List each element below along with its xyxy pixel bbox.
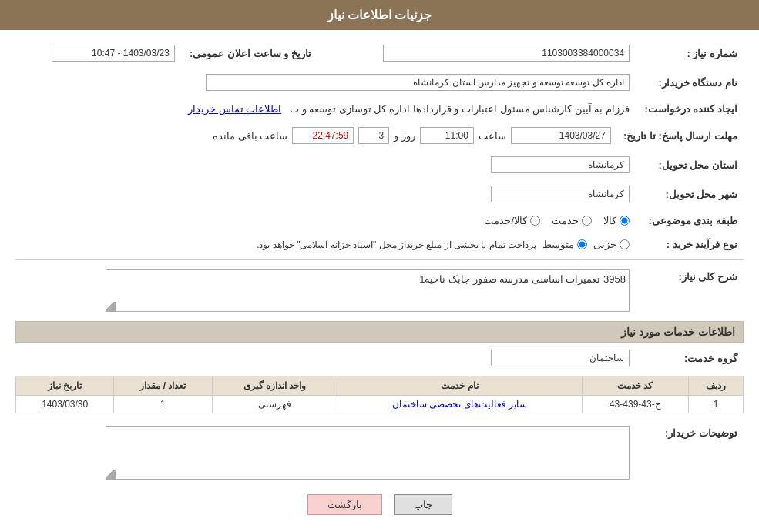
province-value: کرمانشاه [491, 156, 630, 173]
category-khedmat-radio[interactable] [582, 216, 592, 226]
buyer-notes-row: توضیحات خریدار: [15, 423, 744, 483]
table-row: 1 ج-43-439-43 سایر فعالیت‌های تخصصی ساخت… [16, 396, 744, 413]
deadline-label: مهلت ارسال پاسخ: تا تاریخ: [617, 124, 744, 147]
description-label: شرح کلی نیاز: [636, 266, 744, 315]
col-service-code: کد خدمت [582, 376, 688, 396]
deadline-day-label: روز و [394, 130, 415, 142]
deadline-row: مهلت ارسال پاسخ: تا تاریخ: 1403/03/27 سا… [15, 124, 744, 147]
creator-link[interactable]: اطلاعات تماس خریدار [188, 103, 281, 115]
page-wrapper: جزئیات اطلاعات نیاز شماره نیاز : 1103003… [0, 0, 759, 532]
city-label: شهر محل تحویل: [636, 182, 744, 206]
cell-quantity: 1 [114, 396, 212, 413]
deadline-remaining-label: ساعت باقی مانده [213, 130, 287, 142]
city-value: کرمانشاه [491, 186, 630, 202]
category-options: کالا خدمت کالا/خدمت [22, 215, 630, 226]
need-number-row: شماره نیاز : 1103003384000034 تاریخ و سا… [15, 42, 744, 65]
category-label: طبقه بندی موضوعی: [636, 212, 744, 229]
category-khedmat-label: خدمت [552, 215, 579, 226]
announcement-date-value: 1403/03/23 - 10:47 [52, 45, 175, 62]
button-row: چاپ بازگشت [15, 494, 744, 527]
deadline-time: 11:00 [420, 127, 474, 144]
creator-value: فرزام به آیین کارشناس مسئول اعتبارات و ق… [290, 103, 630, 115]
category-kala-khedmat-label: کالا/خدمت [484, 215, 527, 226]
creator-row: ایجاد کننده درخواست: فرزام به آیین کارشن… [15, 100, 744, 118]
col-unit: واحد اندازه گیری [212, 376, 338, 396]
buyer-notes-label: توضیحات خریدار: [636, 423, 744, 483]
purchase-type-label: نوع فرآیند خرید : [636, 236, 744, 253]
purchase-jozi-label: جزیی [593, 239, 616, 250]
service-group-row: گروه خدمت: ساختمان [15, 346, 744, 370]
category-kala-radio[interactable] [620, 216, 630, 226]
description-box: 3958 تعمیرات اساسی مدرسه صفور جابک ناحیه… [106, 269, 630, 312]
creator-label: ایجاد کننده درخواست: [636, 100, 744, 118]
col-date: تاریخ نیاز [16, 376, 114, 396]
col-row-num: ردیف [688, 376, 743, 396]
purchase-motavasset-radio[interactable] [577, 239, 587, 249]
cell-service-code: ج-43-439-43 [582, 396, 688, 413]
deadline-date: 1403/03/27 [511, 127, 611, 144]
category-kala-label: کالا [603, 215, 616, 226]
purchase-motavasset-item: متوسط [542, 239, 587, 250]
category-kala-item: کالا [603, 215, 630, 226]
description-resize-handle[interactable] [106, 302, 116, 311]
main-content: شماره نیاز : 1103003384000034 تاریخ و سا… [0, 30, 759, 532]
cell-row-num: 1 [688, 396, 743, 413]
description-value: 3958 تعمیرات اساسی مدرسه صفور جابک ناحیه… [419, 273, 626, 285]
city-row: شهر محل تحویل: کرمانشاه [15, 182, 744, 206]
back-button[interactable]: بازگشت [307, 494, 382, 515]
description-row: شرح کلی نیاز: 3958 تعمیرات اساسی مدرسه ص… [15, 266, 744, 315]
page-title: جزئیات اطلاعات نیاز [327, 8, 432, 22]
category-khedmat-item: خدمت [552, 215, 592, 226]
category-kala-khedmat-radio[interactable] [530, 216, 540, 226]
buyer-org-label: نام دستگاه خریدار: [636, 71, 744, 94]
purchase-type-row: نوع فرآیند خرید : جزیی متوسط پرداخت تمام… [15, 236, 744, 253]
buyer-notes-box [106, 426, 630, 480]
cell-date: 1403/03/30 [16, 396, 114, 413]
col-quantity: تعداد / مقدار [114, 376, 212, 396]
purchase-type-options: جزیی متوسط پرداخت تمام یا بخشی از مبلغ خ… [22, 239, 630, 250]
need-number-value: 1103003384000034 [383, 45, 630, 62]
buyer-notes-resize-handle[interactable] [106, 470, 116, 479]
services-table: ردیف کد خدمت نام خدمت واحد اندازه گیری ت… [15, 376, 744, 413]
service-group-value: ساختمان [491, 350, 630, 366]
deadline-time-label: ساعت [479, 130, 506, 142]
cell-service-name: سایر فعالیت‌های تخصصی ساختمان [338, 396, 582, 413]
deadline-details: 1403/03/27 ساعت 11:00 روز و 3 22:47:59 س… [22, 127, 611, 144]
province-row: استان محل تحویل: کرمانشاه [15, 153, 744, 176]
print-button[interactable]: چاپ [394, 494, 452, 515]
purchase-jozi-radio[interactable] [620, 239, 630, 249]
need-number-label: شماره نیاز : [636, 42, 744, 65]
buyer-org-row: نام دستگاه خریدار: اداره کل توسعه توسعه … [15, 71, 744, 94]
category-row: طبقه بندی موضوعی: کالا خدمت [15, 212, 744, 229]
announcement-date-label: تاریخ و ساعت اعلان عمومی: [181, 42, 320, 65]
page-header: جزئیات اطلاعات نیاز [0, 0, 759, 30]
services-section-title: اطلاعات خدمات مورد نیاز [15, 321, 744, 343]
buyer-org-value: اداره کل توسعه توسعه و تجهیز مدارس استان… [206, 74, 630, 91]
deadline-days: 3 [358, 127, 389, 144]
category-kala-khedmat-item: کالا/خدمت [484, 215, 540, 226]
province-label: استان محل تحویل: [636, 153, 744, 176]
col-service-name: نام خدمت [338, 376, 582, 396]
deadline-seconds: 22:47:59 [292, 127, 354, 144]
purchase-motavasset-label: متوسط [542, 239, 574, 250]
purchase-jozi-item: جزیی [593, 239, 630, 250]
service-group-label: گروه خدمت: [636, 346, 744, 370]
cell-unit: فهرستی [212, 396, 338, 413]
purchase-type-note: پرداخت تمام یا بخشی از مبلغ خریداز محل "… [257, 239, 536, 250]
